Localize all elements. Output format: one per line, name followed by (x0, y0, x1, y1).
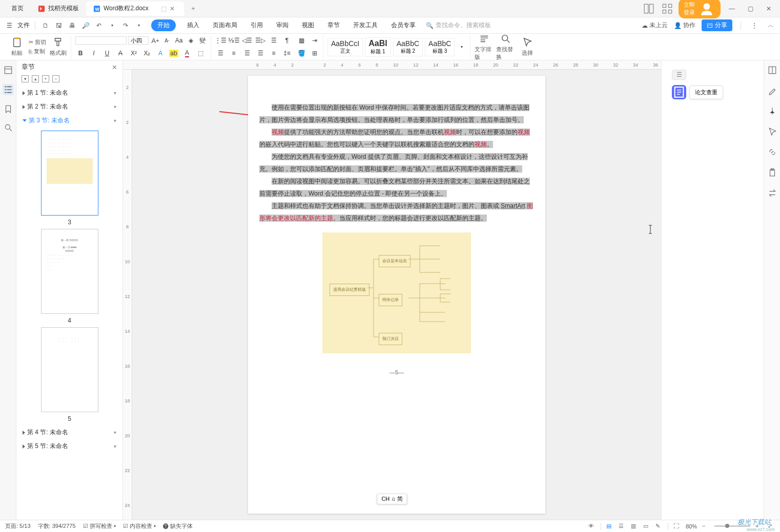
close-panel-icon[interactable]: ✕ (112, 63, 117, 71)
zoom-out-button[interactable]: − (702, 523, 709, 530)
ribbon-tab-review[interactable]: 审阅 (274, 19, 291, 32)
format-painter-button[interactable]: 格式刷 (48, 37, 68, 57)
select-button[interactable]: 选择 (518, 37, 537, 57)
doc-paragraph[interactable]: 使用在需要位置出现的新按钮在 Word 中保存时间。若要更改图片适应文档的方式，… (259, 101, 534, 126)
page-3[interactable]: 使用在需要位置出现的新按钮在 Word 中保存时间。若要更改图片适应文档的方式，… (248, 76, 545, 514)
text-direction-button[interactable]: ☰ (269, 35, 279, 46)
chevron-down-icon[interactable]: ▾ (114, 118, 116, 123)
style-heading3[interactable]: AaBbC标题 3 (425, 38, 455, 56)
apps-icon[interactable] (660, 4, 674, 14)
window-minimize-button[interactable]: — (725, 4, 739, 14)
italic-button[interactable]: I (89, 48, 99, 58)
nav-remove-icon[interactable]: − (52, 75, 59, 82)
zoom-level[interactable]: 80% (686, 523, 697, 529)
doc-paragraph[interactable]: 为使您的文档具有专业外观，Word 提供了页眉、页脚、封面和文本框设计，这些设计… (259, 151, 534, 175)
status-words[interactable]: 字数: 394/2775 (38, 522, 76, 530)
essay-check-icon[interactable] (672, 85, 686, 99)
find-replace-button[interactable]: 查找替换 (496, 33, 516, 61)
collapse-ribbon-icon[interactable]: ︿ (766, 20, 776, 31)
pen-icon[interactable] (768, 86, 777, 95)
view-read-icon[interactable]: ▭ (643, 523, 650, 530)
zoom-in-button[interactable]: + (755, 523, 763, 530)
nav-section-item[interactable]: 第 2 节: 未命名▾ (20, 100, 118, 114)
window-close-button[interactable]: ✕ (762, 4, 776, 14)
chevron-down-icon[interactable]: ▾ (114, 430, 116, 435)
doc-paragraph[interactable]: 视频提供了功能强大的方法帮助您证明您的观点。当您单击联机视频时，可以在想要添加的… (259, 126, 534, 151)
ribbon-tab-dev[interactable]: 开发工具 (351, 19, 380, 32)
view-outline-icon[interactable]: ☰ (619, 523, 626, 530)
increase-indent-button[interactable]: ☰▷ (255, 35, 265, 46)
numbering-button[interactable]: ⅓☰ (229, 35, 239, 46)
share-button[interactable]: ⮹分享 (702, 19, 732, 31)
bullets-button[interactable]: ⋮☰ (215, 35, 225, 46)
chain-icon[interactable] (768, 147, 777, 157)
style-heading1[interactable]: AaBl标题 1 (365, 37, 391, 57)
cooperation-button[interactable]: 👤协作 (674, 21, 695, 30)
ribbon-tab-view[interactable]: 视图 (300, 19, 316, 32)
align-left-button[interactable]: ☰ (215, 48, 225, 58)
change-case-icon[interactable]: Aa (174, 35, 184, 46)
style-normal[interactable]: AaBbCcI正文 (327, 38, 363, 56)
dropdown-icon[interactable]: ▾ (107, 20, 117, 31)
search-tool-icon[interactable] (4, 123, 13, 132)
command-search[interactable]: 🔍 查找命令、搜索模板 (426, 21, 491, 30)
undo-icon[interactable]: ↶ (94, 20, 104, 31)
clear-format-icon[interactable]: ◈ (186, 35, 196, 46)
highlight-button[interactable]: ab (169, 48, 179, 58)
outline-view-icon[interactable] (3, 84, 14, 95)
print-icon[interactable]: 🖶 (67, 20, 77, 31)
ribbon-tab-insert[interactable]: 插入 (185, 19, 201, 32)
page-thumbnail-4[interactable]: 第一章 XXXXX第一节 ####XXXXX ．．．．．．．．．．．．．．．．．… (41, 229, 98, 314)
distribute-button[interactable]: ≡ (269, 48, 279, 58)
tabs-mark-button[interactable]: ⇥ (310, 35, 320, 46)
hamburger-icon[interactable]: ☰ (4, 20, 14, 31)
fit-page-icon[interactable]: ⛶ (673, 523, 681, 530)
tab-home[interactable]: 首页 (4, 2, 31, 16)
nav-section-item[interactable]: 第 5 节: 未命名▾ (20, 439, 118, 453)
horizontal-ruler[interactable]: 642246810121416182022242628303234363840 (123, 60, 661, 70)
phonetic-icon[interactable]: 變 (197, 35, 208, 46)
edit-mode-icon[interactable]: ✎ (655, 523, 663, 530)
essay-check-label[interactable]: 论文查重 (689, 86, 723, 99)
align-center-button[interactable]: ≡ (229, 48, 239, 58)
dropdown-icon[interactable]: ▾ (134, 20, 144, 31)
fill-color-button[interactable]: 🪣 (296, 48, 306, 58)
redo-icon[interactable]: ↷ (120, 20, 131, 31)
window-maximize-button[interactable]: ▢ (743, 4, 757, 14)
tab-template[interactable]: 找稻壳模板 (31, 2, 86, 16)
ribbon-tab-reference[interactable]: 引用 (249, 19, 265, 32)
chevron-down-icon[interactable]: ▾ (114, 90, 116, 96)
tab-document[interactable]: W Word教程2.docx ⬚ ✕ (86, 2, 184, 16)
char-border-button[interactable]: ⬚ (195, 48, 206, 58)
borders-button[interactable]: ⊞ (310, 48, 320, 58)
align-right-button[interactable]: ☰ (242, 48, 252, 58)
thumbnails-view-icon[interactable] (4, 66, 13, 75)
status-content[interactable]: ☑内容检查▾ (123, 522, 156, 530)
pin-icon[interactable] (768, 107, 777, 116)
style-heading2[interactable]: AaBbC标题 2 (393, 38, 423, 56)
swap-icon[interactable] (768, 188, 777, 198)
paste-button[interactable]: 粘贴 (7, 37, 27, 57)
file-menu[interactable]: 文件 (17, 21, 30, 30)
doc-paragraph[interactable]: 主题和样式也有助于文档保持协调。当您单击设计并选择新的主题时，图片、图表或 Sm… (259, 200, 534, 224)
font-size-select[interactable] (128, 36, 149, 45)
doc-paragraph[interactable]: 在新的阅读视图中阅读更加容易。可以折叠文档某些部分并关注所需文本。如果在达到结尾… (259, 175, 534, 200)
line-spacing-button[interactable]: ‡≡ (282, 48, 292, 58)
vertical-ruler[interactable]: 22468101214161820222426 (123, 70, 132, 520)
text-layout-button[interactable]: 文字排版 (475, 33, 494, 61)
side-handle-collapse[interactable]: ☰ (672, 70, 686, 80)
embedded-diagram[interactable]: 通用会议纪要模版 会议基本信息 明米记录 预订决议 (322, 232, 471, 353)
bookmark-icon[interactable] (4, 104, 13, 114)
print-preview-icon[interactable]: 🔎 (80, 20, 91, 31)
copy-button[interactable]: ⎘复制 (29, 48, 46, 55)
status-spell[interactable]: ☑拼写检查▾ (83, 522, 116, 530)
status-font-missing[interactable]: 🅣缺失字体 (163, 522, 193, 530)
fullscreen-icon[interactable]: ⤢ (768, 523, 775, 530)
nav-add-icon[interactable]: + (42, 75, 49, 82)
new-doc-icon[interactable]: 🗋 (40, 20, 51, 31)
nav-expand-icon[interactable]: ▴ (32, 75, 39, 82)
cloud-status[interactable]: ☁未上云 (642, 21, 668, 30)
nav-section-item[interactable]: 第 1 节: 未命名▾ (20, 86, 118, 100)
grow-font-icon[interactable]: A+ (150, 35, 160, 46)
view-page-icon[interactable]: ▤ (606, 523, 613, 530)
